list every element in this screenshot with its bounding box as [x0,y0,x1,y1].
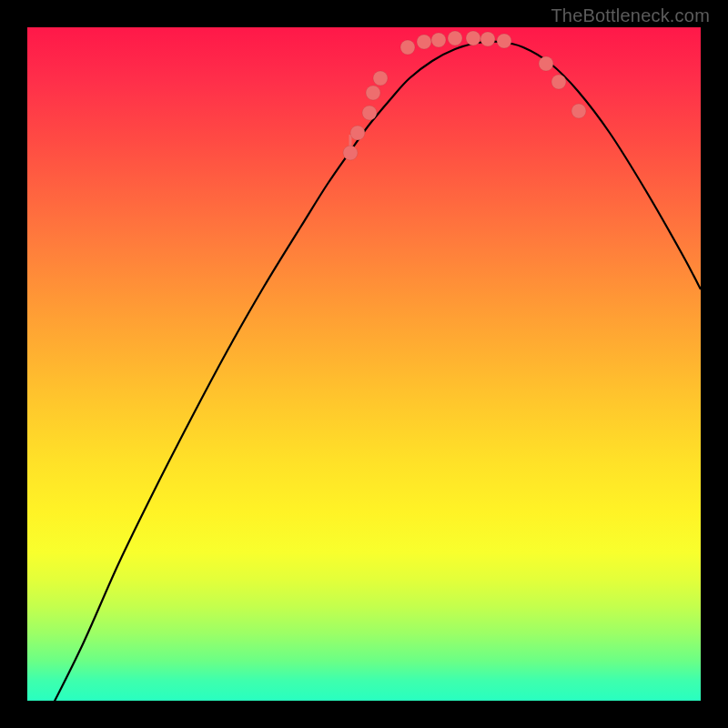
highlight-dot [366,86,380,100]
highlight-dot [350,126,365,140]
highlight-dot [448,31,462,46]
highlight-dot [373,71,388,86]
highlight-dot [343,146,358,160]
highlight-dots-group [343,31,586,160]
highlight-dot [497,34,511,48]
highlight-dot [551,75,566,89]
highlight-dot [539,56,553,71]
highlight-dot [431,33,446,47]
attribution-label: TheBottleneck.com [551,5,710,26]
chart-stage: TheBottleneck.com [0,0,728,728]
highlight-dot [466,31,480,46]
highlight-dot [417,35,431,49]
plot-area [27,27,701,701]
bottleneck-curve [46,42,701,701]
highlight-dot [362,106,377,120]
chart-svg [27,27,701,701]
highlight-dot [400,40,415,55]
highlight-dot [480,32,495,46]
highlight-dot [571,104,586,118]
